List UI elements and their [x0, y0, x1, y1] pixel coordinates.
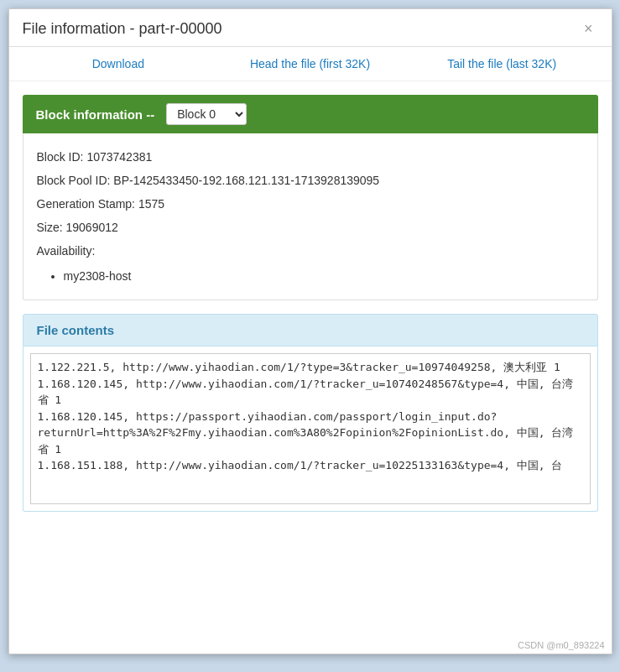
block-id: Block ID: 1073742381 — [37, 145, 584, 169]
block-info-heading: Block information -- — [36, 107, 155, 122]
block-select[interactable]: Block 0 — [166, 103, 247, 125]
modal-actions-bar: Download Head the file (first 32K) Tail … — [9, 47, 612, 81]
file-contents-body — [23, 346, 598, 512]
file-contents-heading: File contents — [37, 323, 115, 337]
file-contents-section: File contents — [23, 314, 598, 512]
file-contents-header: File contents — [23, 314, 598, 346]
availability-list: my2308-host — [37, 264, 584, 288]
block-pool-id: Block Pool ID: BP-1425433450-192.168.121… — [37, 169, 584, 192]
head-file-link[interactable]: Head the file (first 32K) — [214, 57, 406, 70]
block-details: Block ID: 1073742381 Block Pool ID: BP-1… — [23, 133, 598, 300]
download-link[interactable]: Download — [23, 57, 215, 70]
availability-label: Availability: — [37, 239, 584, 263]
block-size: Size: 19069012 — [37, 216, 584, 239]
block-info-header: Block information -- Block 0 — [23, 95, 598, 133]
file-info-modal: File information - part-r-00000 × Downlo… — [8, 8, 612, 654]
generation-stamp: Generation Stamp: 1575 — [37, 192, 584, 216]
block-info-section: Block information -- Block 0 Block ID: 1… — [23, 95, 598, 300]
modal-title: File information - part-r-00000 — [23, 20, 222, 38]
watermark: CSDN @m0_893224 — [518, 640, 605, 650]
close-button[interactable]: × — [579, 19, 598, 38]
file-contents-textarea[interactable] — [30, 353, 591, 504]
modal-header: File information - part-r-00000 × — [9, 9, 612, 47]
tail-file-link[interactable]: Tail the file (last 32K) — [406, 57, 598, 70]
modal-body: Block information -- Block 0 Block ID: 1… — [9, 81, 612, 525]
availability-host: my2308-host — [64, 264, 584, 288]
